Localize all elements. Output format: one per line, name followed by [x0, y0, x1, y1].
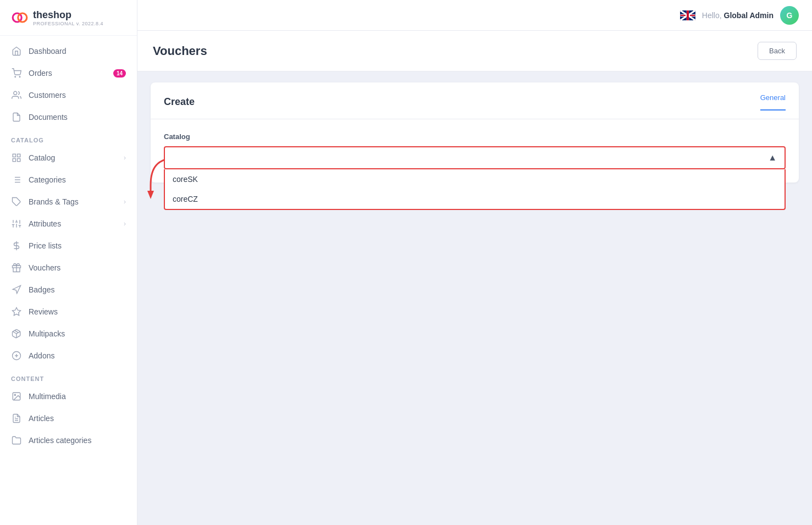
card-body: Catalog ▲ coreSK coreCZ — [151, 119, 799, 183]
logo-icon — [11, 9, 29, 26]
sidebar-item-vouchers[interactable]: Vouchers — [0, 257, 137, 279]
sidebar-item-price-lists[interactable]: Price lists — [0, 235, 137, 257]
sidebar: theshop PROFESSIONAL v. 2022.8.4 Dashboa… — [0, 0, 137, 525]
page-header: Vouchers Back — [137, 31, 812, 71]
catalog-dropdown-wrapper: ▲ coreSK coreCZ — [164, 146, 786, 169]
svg-point-2 — [15, 76, 16, 78]
card-title: Create — [164, 96, 195, 108]
dollar-icon — [11, 240, 22, 251]
sidebar-item-categories[interactable]: Categories — [0, 169, 137, 191]
sidebar-item-reviews[interactable]: Reviews — [0, 301, 137, 323]
svg-point-35 — [14, 394, 15, 395]
sidebar-item-label: Articles — [29, 414, 126, 423]
catalog-dropdown-trigger[interactable]: ▲ — [164, 146, 786, 169]
sidebar-item-documents[interactable]: Documents — [0, 106, 137, 128]
app-edition-version: PROFESSIONAL v. 2022.8.4 — [33, 21, 103, 26]
svg-rect-7 — [13, 159, 15, 162]
catalog-field-label: Catalog — [164, 132, 786, 141]
file-icon — [11, 112, 22, 123]
top-header: Hello, Global Admin G — [137, 0, 812, 31]
chevron-right-icon: › — [124, 198, 126, 206]
folder-icon — [11, 435, 22, 446]
sidebar-item-label: Articles categories — [29, 436, 126, 445]
file-text-icon — [11, 413, 22, 424]
image-icon — [11, 391, 22, 402]
svg-marker-28 — [13, 308, 21, 316]
svg-rect-6 — [18, 154, 20, 157]
svg-point-3 — [19, 76, 20, 78]
dropdown-option-coresk[interactable]: coreSK — [165, 169, 785, 189]
sidebar-item-label: Brands & Tags — [29, 197, 117, 206]
orders-badge: 14 — [113, 69, 126, 78]
sidebar-item-label: Multipacks — [29, 329, 126, 338]
content-section-label: CONTENT — [0, 367, 137, 385]
gift-icon — [11, 262, 22, 273]
sidebar-item-label: Documents — [29, 113, 126, 121]
home-icon — [11, 46, 22, 57]
star-icon — [11, 306, 22, 317]
sidebar-item-label: Catalog — [29, 153, 117, 162]
plus-circle-icon — [11, 350, 22, 361]
card-header: Create General — [151, 82, 799, 119]
sidebar-item-badges[interactable]: Badges — [0, 279, 137, 301]
grid-icon — [11, 152, 22, 163]
svg-rect-5 — [13, 154, 15, 157]
sidebar-item-label: Badges — [29, 285, 126, 294]
sidebar-item-addons[interactable]: Addons — [0, 345, 137, 367]
sidebar-navigation: Dashboard Orders 14 Customers Documents … — [0, 36, 137, 525]
app-name: theshop — [33, 9, 103, 21]
shopping-cart-icon — [11, 68, 22, 79]
sidebar-item-label: Multimedia — [29, 392, 126, 401]
svg-marker-39 — [147, 191, 154, 199]
sidebar-item-multimedia[interactable]: Multimedia — [0, 385, 137, 407]
logo-area: theshop PROFESSIONAL v. 2022.8.4 — [0, 0, 137, 36]
tag-icon — [11, 196, 22, 207]
megaphone-icon — [11, 284, 22, 295]
sliders-icon — [11, 218, 22, 229]
sidebar-item-label: Price lists — [29, 241, 126, 250]
sidebar-item-articles[interactable]: Articles — [0, 407, 137, 429]
package-icon — [11, 328, 22, 339]
sidebar-item-label: Orders — [29, 69, 107, 78]
sidebar-item-customers[interactable]: Customers — [0, 84, 137, 106]
sidebar-item-dashboard[interactable]: Dashboard — [0, 40, 137, 62]
catalog-dropdown-menu: coreSK coreCZ — [164, 169, 786, 210]
sidebar-item-brands-tags[interactable]: Brands & Tags › — [0, 191, 137, 213]
sidebar-item-label: Addons — [29, 351, 126, 360]
sidebar-item-articles-categories[interactable]: Articles categories — [0, 429, 137, 451]
tab-general[interactable]: General — [760, 93, 786, 110]
svg-rect-8 — [18, 159, 20, 162]
chevron-right-icon: › — [124, 154, 126, 162]
page-content: Vouchers Back Create General Catalog — [137, 31, 812, 525]
sidebar-item-multipacks[interactable]: Multipacks — [0, 323, 137, 345]
page-title: Vouchers — [153, 44, 207, 58]
sidebar-item-label: Reviews — [29, 307, 126, 316]
list-icon — [11, 174, 22, 185]
header-greeting: Hello, Global Admin — [702, 11, 774, 20]
user-avatar[interactable]: G — [780, 6, 799, 25]
main-content: Hello, Global Admin G Vouchers Back Crea… — [137, 0, 812, 525]
sidebar-item-label: Vouchers — [29, 263, 126, 272]
sidebar-item-catalog[interactable]: Catalog › — [0, 147, 137, 169]
chevron-right-icon: › — [124, 220, 126, 228]
users-icon — [11, 90, 22, 101]
sidebar-item-orders[interactable]: Orders 14 — [0, 62, 137, 84]
language-flag[interactable] — [680, 10, 695, 20]
sidebar-item-label: Categories — [29, 175, 126, 184]
svg-point-4 — [14, 91, 17, 95]
uk-flag-svg — [680, 10, 695, 20]
chevron-up-icon: ▲ — [768, 153, 777, 163]
catalog-section-label: CATALOG — [0, 128, 137, 147]
create-card: Create General Catalog ▲ coreSK — [151, 82, 799, 183]
dropdown-option-corecz[interactable]: coreCZ — [165, 189, 785, 209]
sidebar-item-label: Dashboard — [29, 47, 126, 56]
sidebar-item-attributes[interactable]: Attributes › — [0, 213, 137, 235]
sidebar-item-label: Customers — [29, 91, 126, 100]
back-button[interactable]: Back — [758, 42, 797, 60]
sidebar-item-label: Attributes — [29, 219, 117, 228]
svg-rect-38 — [680, 10, 695, 20]
svg-line-29 — [15, 330, 19, 333]
